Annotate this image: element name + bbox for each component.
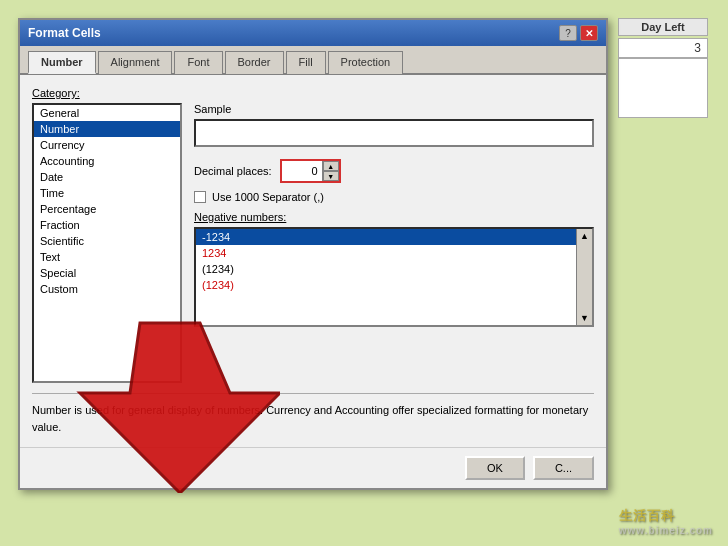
- ok-button[interactable]: OK: [465, 456, 525, 480]
- content-row: General Number Currency Accounting Date …: [32, 103, 594, 383]
- cat-custom[interactable]: Custom: [34, 281, 180, 297]
- neg-item-1[interactable]: -1234: [196, 229, 592, 245]
- cat-fraction[interactable]: Fraction: [34, 217, 180, 233]
- cat-special[interactable]: Special: [34, 265, 180, 281]
- decimal-input-wrapper: ▲ ▼: [280, 159, 341, 183]
- cat-general[interactable]: General: [34, 105, 180, 121]
- dialog-footer: OK C...: [20, 447, 606, 488]
- negative-list-wrapper: -1234 1234 (1234) (1234) ▲ ▼: [194, 227, 594, 327]
- spin-buttons: ▲ ▼: [322, 161, 339, 181]
- tab-bar: Number Alignment Font Border Fill Protec…: [20, 46, 606, 75]
- separator-row: Use 1000 Separator (,): [194, 191, 594, 203]
- dialog-title: Format Cells: [28, 26, 101, 40]
- watermark-url: www.bimeiz.com: [619, 525, 713, 536]
- cancel-button[interactable]: C...: [533, 456, 594, 480]
- spin-down-button[interactable]: ▼: [323, 171, 339, 181]
- tab-fill[interactable]: Fill: [286, 51, 326, 74]
- help-button[interactable]: ?: [559, 25, 577, 41]
- tab-font[interactable]: Font: [174, 51, 222, 74]
- sample-box: [194, 119, 594, 147]
- decimal-input[interactable]: [282, 161, 322, 181]
- neg-item-4[interactable]: (1234): [196, 277, 592, 293]
- tab-border[interactable]: Border: [225, 51, 284, 74]
- separator-label: Use 1000 Separator (,): [212, 191, 324, 203]
- tab-alignment[interactable]: Alignment: [98, 51, 173, 74]
- description-text: Number is used for general display of nu…: [32, 393, 594, 435]
- neg-item-2[interactable]: 1234: [196, 245, 592, 261]
- close-button[interactable]: ✕: [580, 25, 598, 41]
- spin-up-button[interactable]: ▲: [323, 161, 339, 171]
- cat-text[interactable]: Text: [34, 249, 180, 265]
- category-label: Category:: [32, 87, 594, 99]
- sample-label: Sample: [194, 103, 594, 115]
- tab-protection[interactable]: Protection: [328, 51, 404, 74]
- category-list-wrapper: General Number Currency Accounting Date …: [32, 103, 182, 383]
- decimal-label: Decimal places:: [194, 165, 272, 177]
- category-list[interactable]: General Number Currency Accounting Date …: [32, 103, 182, 383]
- neg-item-3[interactable]: (1234): [196, 261, 592, 277]
- cat-time[interactable]: Time: [34, 185, 180, 201]
- spreadsheet-empty-cell: [618, 58, 708, 118]
- tab-number[interactable]: Number: [28, 51, 96, 74]
- cat-date[interactable]: Date: [34, 169, 180, 185]
- spreadsheet-col-header: Day Left: [618, 18, 708, 36]
- scrollbar-up-icon[interactable]: ▲: [580, 231, 589, 241]
- negative-list[interactable]: -1234 1234 (1234) (1234): [196, 229, 592, 325]
- cat-number[interactable]: Number: [34, 121, 180, 137]
- spreadsheet-cell-value: 3: [618, 38, 708, 58]
- titlebar-buttons: ? ✕: [559, 25, 598, 41]
- watermark-text: 生活百科: [619, 508, 675, 523]
- negative-list-scrollbar[interactable]: ▲ ▼: [576, 229, 592, 325]
- watermark: 生活百科 www.bimeiz.com: [619, 507, 713, 536]
- negative-label: Negative numbers:: [194, 211, 594, 223]
- scrollbar-down-icon[interactable]: ▼: [580, 313, 589, 323]
- cat-accounting[interactable]: Accounting: [34, 153, 180, 169]
- dialog-content: Category: General Number Currency Accoun…: [20, 75, 606, 447]
- cat-currency[interactable]: Currency: [34, 137, 180, 153]
- right-panel: Sample Decimal places: ▲ ▼ Use 1000 Sepa…: [194, 103, 594, 383]
- cat-scientific[interactable]: Scientific: [34, 233, 180, 249]
- separator-checkbox[interactable]: [194, 191, 206, 203]
- decimal-row: Decimal places: ▲ ▼: [194, 159, 594, 183]
- cat-percentage[interactable]: Percentage: [34, 201, 180, 217]
- dialog-titlebar: Format Cells ? ✕: [20, 20, 606, 46]
- category-label-text: Category:: [32, 87, 80, 99]
- format-cells-dialog: Format Cells ? ✕ Number Alignment Font B…: [18, 18, 608, 490]
